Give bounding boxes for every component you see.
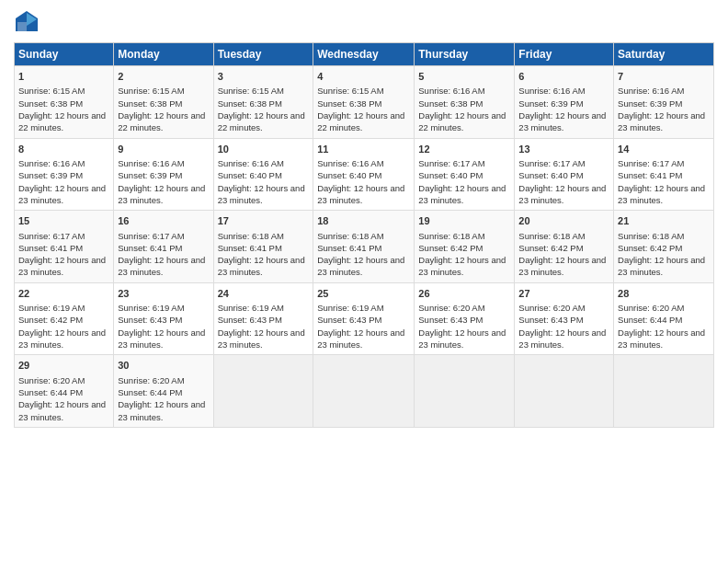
daylight-text: Daylight: 12 hours and 23 minutes. <box>18 327 106 350</box>
calendar-cell: 12Sunrise: 6:17 AMSunset: 6:40 PMDayligh… <box>415 138 515 211</box>
sunrise-text: Sunrise: 6:16 AM <box>518 86 585 96</box>
day-header-thursday: Thursday <box>415 43 515 66</box>
day-number: 12 <box>418 143 510 156</box>
daylight-text: Daylight: 12 hours and 23 minutes. <box>317 327 404 350</box>
sunrise-text: Sunrise: 6:18 AM <box>418 231 484 241</box>
sunset-text: Sunset: 6:42 PM <box>618 243 682 253</box>
sunrise-text: Sunrise: 6:19 AM <box>18 303 85 313</box>
daylight-text: Daylight: 12 hours and 23 minutes. <box>118 327 205 350</box>
calendar-cell: 21Sunrise: 6:18 AMSunset: 6:42 PMDayligh… <box>614 211 714 283</box>
sunrise-text: Sunrise: 6:15 AM <box>317 86 383 96</box>
day-number: 23 <box>118 287 209 301</box>
sunset-text: Sunset: 6:41 PM <box>18 243 83 253</box>
calendar-cell: 23Sunrise: 6:19 AMSunset: 6:43 PMDayligh… <box>114 282 213 355</box>
calendar-week-row: 8Sunrise: 6:16 AMSunset: 6:39 PMDaylight… <box>15 138 714 211</box>
day-number: 27 <box>518 287 609 301</box>
sunset-text: Sunset: 6:39 PM <box>118 170 182 180</box>
sunrise-text: Sunrise: 6:16 AM <box>218 158 284 168</box>
calendar-header-row: SundayMondayTuesdayWednesdayThursdayFrid… <box>15 43 714 66</box>
calendar-cell: 16Sunrise: 6:17 AMSunset: 6:41 PMDayligh… <box>114 211 213 283</box>
day-number: 16 <box>118 214 209 228</box>
daylight-text: Daylight: 12 hours and 23 minutes. <box>518 327 606 350</box>
daylight-text: Daylight: 12 hours and 23 minutes. <box>418 183 506 205</box>
sunrise-text: Sunrise: 6:20 AM <box>618 303 684 313</box>
sunset-text: Sunset: 6:41 PM <box>317 243 381 253</box>
sunset-text: Sunset: 6:43 PM <box>218 315 282 325</box>
day-number: 1 <box>18 70 109 84</box>
sunset-text: Sunset: 6:44 PM <box>118 387 182 397</box>
sunrise-text: Sunrise: 6:17 AM <box>118 231 184 241</box>
sunset-text: Sunset: 6:38 PM <box>118 98 182 109</box>
sunrise-text: Sunrise: 6:20 AM <box>18 375 85 385</box>
daylight-text: Daylight: 12 hours and 23 minutes. <box>118 399 205 421</box>
daylight-text: Daylight: 12 hours and 22 minutes. <box>18 110 106 132</box>
sunrise-text: Sunrise: 6:20 AM <box>118 375 184 385</box>
day-number: 4 <box>317 70 410 84</box>
sunrise-text: Sunrise: 6:19 AM <box>218 303 284 313</box>
sunset-text: Sunset: 6:39 PM <box>518 98 583 109</box>
day-number: 5 <box>418 70 510 84</box>
sunset-text: Sunset: 6:38 PM <box>18 98 83 109</box>
sunset-text: Sunset: 6:41 PM <box>618 170 682 180</box>
day-number: 6 <box>518 70 609 84</box>
sunset-text: Sunset: 6:38 PM <box>317 98 381 109</box>
sunset-text: Sunset: 6:40 PM <box>317 170 381 180</box>
calendar-cell: 28Sunrise: 6:20 AMSunset: 6:44 PMDayligh… <box>614 282 714 355</box>
sunrise-text: Sunrise: 6:20 AM <box>518 303 585 313</box>
sunrise-text: Sunrise: 6:15 AM <box>18 86 85 96</box>
calendar-cell: 14Sunrise: 6:17 AMSunset: 6:41 PMDayligh… <box>614 138 714 211</box>
calendar-cell: 26Sunrise: 6:20 AMSunset: 6:43 PMDayligh… <box>415 282 515 355</box>
calendar-cell: 4Sunrise: 6:15 AMSunset: 6:38 PMDaylight… <box>313 66 415 139</box>
calendar-cell <box>515 355 614 428</box>
daylight-text: Daylight: 12 hours and 23 minutes. <box>418 255 506 277</box>
sunset-text: Sunset: 6:39 PM <box>18 170 83 180</box>
daylight-text: Daylight: 12 hours and 22 minutes. <box>218 110 305 132</box>
day-number: 15 <box>18 214 109 228</box>
day-number: 7 <box>618 70 710 84</box>
sunrise-text: Sunrise: 6:18 AM <box>618 231 684 241</box>
sunset-text: Sunset: 6:43 PM <box>518 315 583 325</box>
sunrise-text: Sunrise: 6:18 AM <box>218 231 284 241</box>
day-number: 30 <box>118 359 209 373</box>
page: SundayMondayTuesdayWednesdayThursdayFrid… <box>0 0 728 563</box>
sunrise-text: Sunrise: 6:16 AM <box>317 158 383 168</box>
day-number: 19 <box>418 214 510 228</box>
sunrise-text: Sunrise: 6:17 AM <box>418 158 484 168</box>
day-number: 25 <box>317 287 410 301</box>
daylight-text: Daylight: 12 hours and 22 minutes. <box>418 110 506 132</box>
sunset-text: Sunset: 6:40 PM <box>518 170 583 180</box>
daylight-text: Daylight: 12 hours and 23 minutes. <box>618 183 705 205</box>
calendar-cell: 11Sunrise: 6:16 AMSunset: 6:40 PMDayligh… <box>313 138 415 211</box>
calendar-cell: 6Sunrise: 6:16 AMSunset: 6:39 PMDaylight… <box>515 66 614 139</box>
calendar-cell: 3Sunrise: 6:15 AMSunset: 6:38 PMDaylight… <box>213 66 313 139</box>
daylight-text: Daylight: 12 hours and 23 minutes. <box>218 327 305 350</box>
logo-icon <box>14 9 40 35</box>
day-header-wednesday: Wednesday <box>313 43 415 66</box>
calendar-cell: 2Sunrise: 6:15 AMSunset: 6:38 PMDaylight… <box>114 66 213 139</box>
daylight-text: Daylight: 12 hours and 23 minutes. <box>418 327 506 350</box>
daylight-text: Daylight: 12 hours and 23 minutes. <box>518 110 606 132</box>
calendar-cell: 30Sunrise: 6:20 AMSunset: 6:44 PMDayligh… <box>114 355 213 428</box>
calendar-week-row: 15Sunrise: 6:17 AMSunset: 6:41 PMDayligh… <box>15 211 714 283</box>
day-number: 3 <box>218 70 310 84</box>
sunset-text: Sunset: 6:44 PM <box>18 387 83 397</box>
calendar-cell <box>415 355 515 428</box>
sunset-text: Sunset: 6:43 PM <box>317 315 381 325</box>
day-number: 29 <box>18 359 109 373</box>
daylight-text: Daylight: 12 hours and 22 minutes. <box>317 110 404 132</box>
day-header-monday: Monday <box>114 43 213 66</box>
calendar-cell <box>313 355 415 428</box>
sunrise-text: Sunrise: 6:15 AM <box>118 86 184 96</box>
daylight-text: Daylight: 12 hours and 23 minutes. <box>317 183 404 205</box>
sunrise-text: Sunrise: 6:18 AM <box>518 231 585 241</box>
daylight-text: Daylight: 12 hours and 23 minutes. <box>518 255 606 277</box>
sunset-text: Sunset: 6:42 PM <box>418 243 483 253</box>
sunset-text: Sunset: 6:43 PM <box>418 315 483 325</box>
calendar-cell: 17Sunrise: 6:18 AMSunset: 6:41 PMDayligh… <box>213 211 313 283</box>
calendar-cell: 15Sunrise: 6:17 AMSunset: 6:41 PMDayligh… <box>15 211 114 283</box>
sunrise-text: Sunrise: 6:16 AM <box>618 86 684 96</box>
day-number: 22 <box>18 287 109 301</box>
daylight-text: Daylight: 12 hours and 23 minutes. <box>618 327 705 350</box>
daylight-text: Daylight: 12 hours and 23 minutes. <box>18 255 106 277</box>
svg-rect-2 <box>17 22 27 31</box>
